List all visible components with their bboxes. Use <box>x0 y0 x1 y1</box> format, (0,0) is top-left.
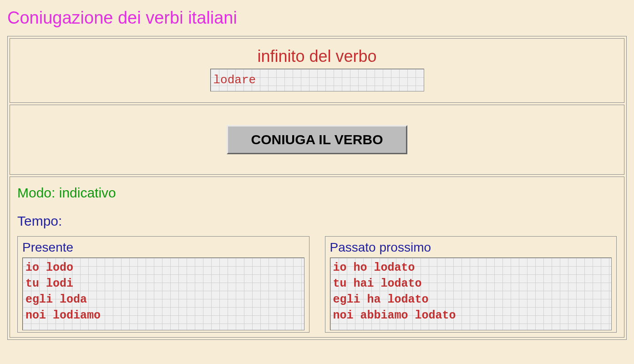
button-section: CONIUGA IL VERBO <box>10 105 624 175</box>
results-section: Modo: indicativo Tempo: Presente Passato… <box>10 177 624 338</box>
main-container: infinito del verbo CONIUGA IL VERBO Modo… <box>7 36 627 340</box>
tense-presente: Presente <box>17 236 309 333</box>
infinitive-input[interactable] <box>210 69 424 91</box>
tense-output-presente[interactable] <box>22 258 304 330</box>
infinitive-section: infinito del verbo <box>10 38 624 103</box>
infinitive-label: infinito del verbo <box>15 47 619 66</box>
tense-title-passato-prossimo: Passato prossimo <box>330 240 612 255</box>
tense-title-presente: Presente <box>22 240 304 255</box>
tense-row: Presente Passato prossimo <box>17 236 617 333</box>
modo-label: Modo: indicativo <box>17 185 617 201</box>
page-title: Coniugazione dei verbi italiani <box>7 8 634 28</box>
tempo-label: Tempo: <box>17 213 617 229</box>
conjugate-button[interactable]: CONIUGA IL VERBO <box>227 125 407 154</box>
tense-passato-prossimo: Passato prossimo <box>325 236 617 333</box>
tense-output-passato-prossimo[interactable] <box>330 258 612 330</box>
